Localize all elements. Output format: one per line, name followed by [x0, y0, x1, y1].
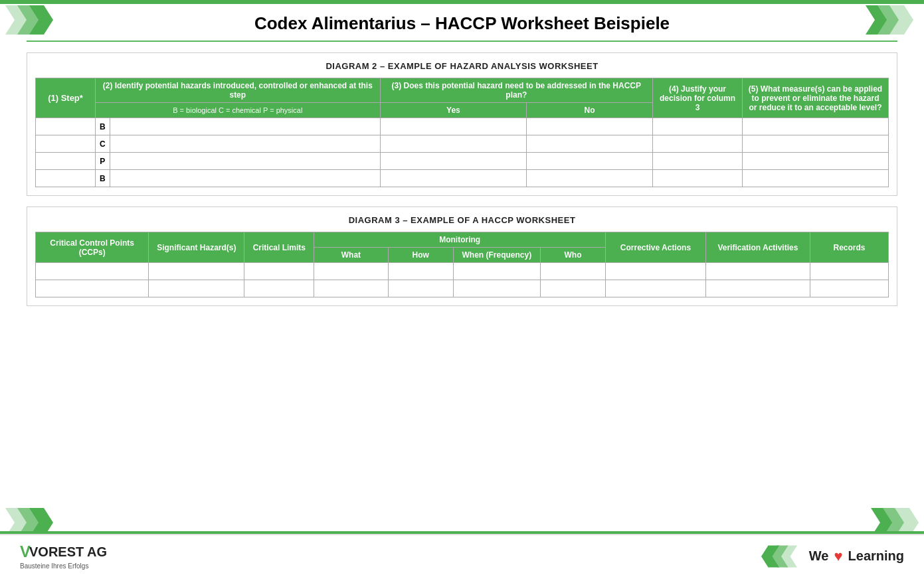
d2-row3-measure [743, 153, 889, 170]
diagram2-col5-header: (5) What measure(s) can be applied to pr… [743, 78, 889, 118]
d2-row1-type: B [96, 118, 110, 135]
d3-r1-records [810, 263, 889, 280]
d3-r1-verification [705, 263, 810, 280]
diagram3-row-1 [36, 263, 889, 280]
diagram2-title: DIAGRAM 2 – EXAMPLE OF HAZARD ANALYSIS W… [35, 61, 889, 71]
footer: V VOREST AG Bausteine Ihres Erfolgs We ♥… [0, 534, 924, 577]
title-divider [27, 41, 897, 42]
d2-row3-justify [653, 153, 743, 170]
d3-r1-corrective [606, 263, 706, 280]
d3-r1-ccp [36, 263, 149, 280]
logo-rest: VOREST AG [29, 544, 107, 560]
diagram3-what-header: What [314, 248, 388, 263]
d2-row4-type: B [96, 170, 110, 187]
diagram2-box: DIAGRAM 2 – EXAMPLE OF HAZARD ANALYSIS W… [27, 52, 897, 196]
d2-row3-hazard [110, 153, 380, 170]
we-text: We [809, 548, 829, 564]
d3-r2-limits [244, 280, 314, 297]
diagram3-title: DIAGRAM 3 – EXAMPLE OF A HACCP WORKSHEET [35, 215, 889, 225]
d3-r2-how [388, 280, 453, 297]
d2-row2-type: C [96, 135, 110, 153]
d2-row2-yes [380, 135, 527, 153]
diagram3-col1-header: Critical Control Points (CCPs) [36, 232, 149, 263]
d3-r2-when [453, 280, 540, 297]
d3-r2-verification [705, 280, 810, 297]
d2-row4-step [36, 170, 96, 187]
learning-text: Learning [848, 548, 904, 564]
d3-r2-what [314, 280, 388, 297]
d3-r2-ccp [36, 280, 149, 297]
d2-row4-no [527, 170, 653, 187]
diagram2-row-2: C [36, 135, 889, 153]
diagram3-col2-header: Significant Hazard(s) [149, 232, 244, 263]
diagram2-col2-header: (2) Identify potential hazards introduce… [96, 78, 381, 103]
diagram3-when-header: When (Frequency) [453, 248, 540, 263]
d3-r1-who [540, 263, 605, 280]
d2-row4-justify [653, 170, 743, 187]
d2-row3-type: P [96, 153, 110, 170]
heart-icon: ♥ [834, 548, 842, 565]
d2-row3-step [36, 153, 96, 170]
d2-row3-yes [380, 153, 527, 170]
page-title: Codex Alimentarius – HACCP Worksheet Bei… [254, 13, 670, 34]
d2-row4-yes [380, 170, 527, 187]
d3-r1-how [388, 263, 453, 280]
we-learning: We ♥ Learning [809, 548, 904, 565]
diagram2-no-header: No [527, 103, 653, 118]
diagram3-box: DIAGRAM 3 – EXAMPLE OF A HACCP WORKSHEET… [27, 206, 897, 306]
d2-row4-measure [743, 170, 889, 187]
d3-r2-who [540, 280, 605, 297]
d2-row3-no [527, 153, 653, 170]
d2-row2-measure [743, 135, 889, 153]
d3-r2-hazard [149, 280, 244, 297]
diagram3-who-header: Who [540, 248, 605, 263]
diagram2-row-1: B [36, 118, 889, 135]
diagram2-yes-header: Yes [380, 103, 527, 118]
diagram3-row-2 [36, 280, 889, 297]
diagram2-table: (1) Step* (2) Identify potential hazards… [35, 78, 889, 187]
d2-row1-yes [380, 118, 527, 135]
diagram3-table: Critical Control Points (CCPs) Significa… [35, 232, 889, 297]
d3-r1-limits [244, 263, 314, 280]
d3-r1-what [314, 263, 388, 280]
d3-r2-records [810, 280, 889, 297]
tables-wrapper: DIAGRAM 2 – EXAMPLE OF HAZARD ANALYSIS W… [27, 52, 897, 306]
d2-row2-no [527, 135, 653, 153]
diagram2-col4-header: (4) Justify your decision for column 3 [653, 78, 743, 118]
diagram3-records-header: Records [810, 232, 889, 263]
diagram3-corrective-header: Corrective Actions [606, 232, 706, 263]
diagram3-verification-header: Verification Activities [705, 232, 810, 263]
footer-right: We ♥ Learning [761, 543, 904, 570]
main-content: Codex Alimentarius – HACCP Worksheet Bei… [0, 0, 924, 534]
footer-chevrons [761, 543, 801, 570]
logo-name: V VOREST AG [20, 542, 107, 561]
diagram2-row-4: B [36, 170, 889, 187]
d3-r1-hazard [149, 263, 244, 280]
diagram2-col3-header: (3) Does this potential hazard need to b… [380, 78, 652, 103]
d2-row1-step [36, 118, 96, 135]
diagram2-col2-bottom: B = biological C = chemical P = physical [96, 103, 381, 118]
d2-row2-step [36, 135, 96, 153]
d2-row4-hazard [110, 170, 380, 187]
d3-r2-corrective [606, 280, 706, 297]
d2-row2-justify [653, 135, 743, 153]
d3-r1-when [453, 263, 540, 280]
d2-row1-measure [743, 118, 889, 135]
diagram3-how-header: How [388, 248, 453, 263]
diagram2-col1-header: (1) Step* [36, 78, 96, 118]
d2-row1-hazard [110, 118, 380, 135]
d2-row1-no [527, 118, 653, 135]
diagram3-col3-header: Critical Limits [244, 232, 314, 263]
d2-row1-justify [653, 118, 743, 135]
d2-row2-hazard [110, 135, 380, 153]
logo-tagline: Bausteine Ihres Erfolgs [20, 562, 88, 570]
footer-logo: V VOREST AG Bausteine Ihres Erfolgs [20, 542, 107, 570]
diagram3-monitoring-header: Monitoring [314, 232, 606, 248]
diagram2-row-3: P [36, 153, 889, 170]
